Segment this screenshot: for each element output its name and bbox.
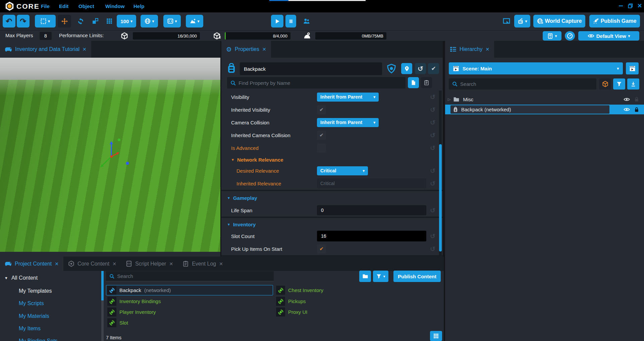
revert-icon[interactable]: ↺ (430, 119, 435, 126)
is-advanced-checkbox[interactable] (317, 144, 326, 153)
close-window-button[interactable]: ✕ (636, 2, 643, 9)
tree-item-my-materials[interactable]: My Materials (19, 313, 49, 319)
lock-icon[interactable] (634, 97, 639, 102)
expand-arrow-icon[interactable]: ▷ (448, 97, 450, 102)
properties-scrollbar-track[interactable] (439, 91, 442, 257)
revert-icon[interactable]: ↺ (430, 207, 435, 214)
revert-icon[interactable]: ↺ (430, 106, 435, 114)
section-network-relevance[interactable]: ▼ Network Relevance (221, 154, 443, 165)
copy-properties-button[interactable] (408, 77, 419, 88)
networked-filter-button[interactable] (599, 78, 611, 90)
multiplayer-preview-button[interactable] (301, 15, 311, 27)
tab-event-log[interactable]: Event Log ✕ (178, 257, 228, 271)
content-filter-dropdown[interactable]: ▾ (373, 271, 388, 282)
redo-button[interactable]: ↷ (17, 15, 30, 27)
revert-icon[interactable]: ↺ (430, 232, 435, 240)
tab-properties[interactable]: ⚙ Properties ✕ (221, 41, 271, 58)
tab-project-content[interactable]: Project Content ✕ (0, 257, 63, 271)
publish-game-button[interactable]: Publish Game (589, 15, 640, 27)
transform-gizmo[interactable] (93, 137, 130, 169)
tree-item-my-scripts[interactable]: My Scripts (19, 300, 44, 306)
revert-icon[interactable]: ↺ (430, 131, 435, 139)
menu-window[interactable]: Window (105, 0, 124, 12)
content-item-player-inventory[interactable]: Player Inventory (106, 307, 156, 317)
pick-up-items-checkbox[interactable]: ✔ (317, 244, 326, 253)
scene-settings-button[interactable] (626, 62, 639, 74)
world-capture-button[interactable]: World Capture (533, 15, 585, 27)
inherited-visibility-checkbox[interactable]: ✔ (317, 105, 326, 114)
content-item-inventory-bindings[interactable]: Inventory Bindings (106, 296, 161, 306)
open-folder-button[interactable] (359, 271, 371, 282)
hierarchy-search-input[interactable] (460, 81, 593, 87)
tree-item-all-content[interactable]: ▼ All Content (4, 275, 38, 281)
save-dropdown-button[interactable]: ▾ (543, 31, 561, 41)
close-icon[interactable]: ✕ (55, 261, 59, 267)
tree-scrollbar-thumb[interactable] (101, 271, 104, 300)
tree-item-my-templates[interactable]: My Templates (19, 288, 52, 294)
content-item-pickups[interactable]: Pickups (276, 296, 306, 306)
content-item-slot[interactable]: Slot (106, 318, 128, 328)
undo-button[interactable]: ↶ (3, 15, 15, 27)
terrain-tool-dropdown[interactable]: ▾ (186, 15, 203, 27)
performance-gauge-button[interactable] (565, 31, 575, 41)
find-property-input[interactable] (238, 80, 402, 86)
inherited-camera-collision-checkbox[interactable]: ✔ (317, 131, 326, 140)
default-view-dropdown[interactable]: Default View▾ (578, 31, 639, 41)
grid-snap-button[interactable] (103, 15, 116, 27)
content-search-input[interactable] (117, 273, 270, 279)
paste-properties-button[interactable] (421, 77, 432, 88)
life-span-input[interactable] (317, 205, 426, 215)
tab-scene-viewport[interactable]: Inventory and Data Tutorial ✕ (0, 41, 91, 58)
camera-collision-dropdown[interactable]: Inherit from Parent▾ (317, 118, 379, 127)
scale-tool-button[interactable] (89, 15, 102, 27)
move-tool-button[interactable] (58, 15, 71, 27)
close-icon[interactable]: ✕ (83, 47, 87, 52)
close-icon[interactable]: ✕ (262, 47, 266, 52)
section-inventory[interactable]: ▼ Inventory (221, 219, 443, 230)
hierarchy-row-misc[interactable]: ▷ Misc (445, 95, 644, 104)
close-icon[interactable]: ✕ (169, 261, 173, 267)
desired-relevance-dropdown[interactable]: Critical▾ (317, 166, 368, 175)
filter-button[interactable] (613, 78, 625, 90)
world-mode-dropdown[interactable]: ▾ (141, 15, 158, 27)
ui-mode-dropdown[interactable]: ▾ (163, 15, 181, 27)
expand-all-button[interactable] (627, 78, 639, 90)
revert-icon[interactable]: ↺ (430, 245, 435, 253)
revert-icon[interactable]: ↺ (430, 93, 435, 101)
revert-icon[interactable]: ↺ (430, 144, 435, 152)
spatial-pin-button[interactable] (401, 63, 412, 74)
tree-item-my-items[interactable]: My Items (19, 326, 41, 332)
lock-icon[interactable] (634, 107, 639, 112)
hierarchy-row-backpack-selected[interactable]: Backpack (networked) (445, 105, 644, 114)
minimize-button[interactable] (617, 2, 625, 9)
publish-content-button[interactable]: Publish Content (393, 271, 441, 282)
screen-share-button[interactable] (501, 15, 512, 27)
snap-size-dropdown[interactable]: 100▾ (117, 15, 136, 27)
eye-icon[interactable] (624, 106, 630, 113)
content-item-backpack[interactable]: Backpack (networked) (106, 285, 273, 295)
visibility-dropdown[interactable]: Inherit from Parent▾ (317, 93, 379, 102)
revert-icon[interactable]: ↺ (430, 180, 435, 187)
menu-file[interactable]: File (41, 0, 50, 12)
section-gameplay[interactable]: ▼ Gameplay (221, 192, 443, 203)
tab-core-content[interactable]: Core Content ✕ (63, 257, 121, 271)
close-icon[interactable]: ✕ (112, 261, 116, 267)
menu-edit[interactable]: Edit (59, 0, 68, 12)
pause-button[interactable] (285, 15, 296, 27)
properties-scrollbar-thumb[interactable] (439, 144, 442, 251)
eye-icon[interactable] (624, 96, 630, 103)
grid-view-button[interactable] (430, 331, 442, 341)
menu-help[interactable]: Help (133, 0, 145, 12)
apply-button[interactable]: ✔ (428, 63, 439, 74)
close-icon[interactable]: ✕ (219, 261, 223, 267)
rotate-tool-button[interactable] (74, 15, 87, 27)
tab-hierarchy[interactable]: Hierarchy ✕ (445, 41, 494, 58)
content-item-proxy-ui[interactable]: Proxy UI (276, 307, 308, 317)
revert-all-button[interactable]: ↺ (415, 63, 426, 74)
menu-object[interactable]: Object (78, 0, 94, 12)
slot-count-input[interactable] (317, 231, 426, 241)
max-players-input[interactable] (40, 32, 52, 40)
close-icon[interactable]: ✕ (485, 47, 489, 52)
tree-item-my-binding-sets[interactable]: My Binding Sets (19, 338, 58, 341)
revert-icon[interactable]: ↺ (430, 167, 435, 175)
